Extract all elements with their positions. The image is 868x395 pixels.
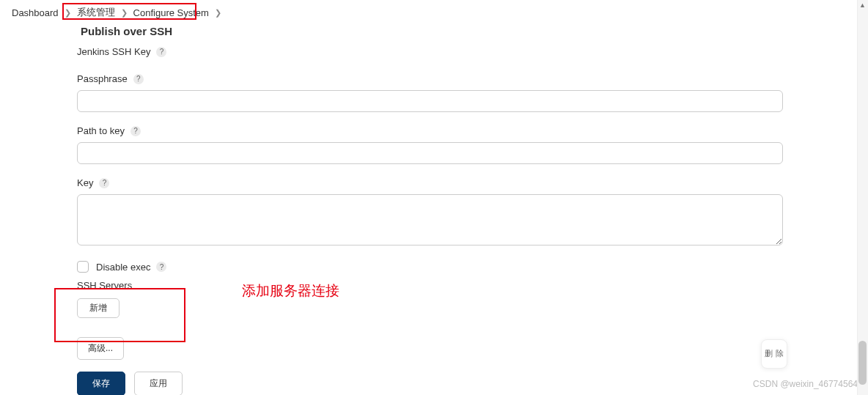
scrollbar[interactable]: ▲ [857, 0, 868, 395]
path-to-key-input[interactable] [77, 142, 783, 164]
breadcrumb-configure-system[interactable]: Configure System [129, 7, 213, 18]
help-icon[interactable]: ? [156, 262, 166, 272]
label-text: Path to key [77, 125, 125, 136]
label-text: Key [77, 177, 93, 188]
apply-button[interactable]: 应用 [134, 372, 183, 395]
add-button[interactable]: 新增 [77, 298, 119, 318]
help-icon[interactable]: ? [130, 126, 141, 136]
help-icon[interactable]: ? [133, 74, 144, 84]
annotation-text: 添加服务器连接 [242, 281, 339, 300]
chevron-right-icon: ❯ [213, 8, 223, 18]
passphrase-input[interactable] [77, 90, 783, 112]
label-text: Jenkins SSH Key [77, 46, 150, 57]
chevron-right-icon: ❯ [63, 8, 73, 18]
watermark: CSDN @weixin_46774564 [753, 379, 858, 389]
label-jenkins-ssh-key: Jenkins SSH Key ? [77, 46, 787, 57]
label-key: Key ? [77, 177, 787, 188]
label-passphrase: Passphrase ? [77, 73, 787, 84]
disable-exec-checkbox[interactable] [77, 261, 89, 273]
advanced-button[interactable]: 高级... [77, 337, 124, 360]
breadcrumb-dashboard[interactable]: Dashboard [7, 7, 63, 18]
delete-button[interactable]: 删 除 [761, 339, 787, 369]
scroll-up-icon[interactable]: ▲ [857, 0, 868, 10]
help-icon[interactable]: ? [156, 47, 166, 57]
help-icon[interactable]: ? [99, 178, 109, 188]
page-title: Publish over SSH [81, 25, 868, 37]
key-textarea[interactable] [77, 194, 783, 246]
breadcrumb: Dashboard ❯ 系统管理 ❯ Configure System ❯ [0, 0, 868, 25]
disable-exec-label: Disable exec [96, 262, 150, 273]
chevron-right-icon: ❯ [119, 8, 129, 18]
save-button[interactable]: 保存 [77, 372, 125, 395]
label-ssh-servers: SSH Servers [77, 280, 787, 291]
scrollbar-thumb[interactable] [858, 341, 867, 385]
label-text: Passphrase [77, 73, 128, 84]
breadcrumb-system-manage[interactable]: 系统管理 [73, 6, 119, 19]
label-path-to-key: Path to key ? [77, 125, 787, 136]
disable-exec-row: Disable exec ? [77, 261, 787, 273]
